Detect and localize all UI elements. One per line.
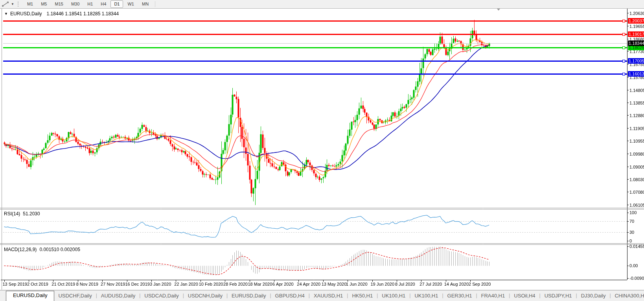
rsi-value: 51.2030 (23, 211, 40, 217)
chart-tab-dj30-daily[interactable]: DJ30,Daily (577, 291, 610, 301)
chart-tab-ger30-h1[interactable]: GER30,H1 (443, 291, 476, 301)
timeframe-button-m5[interactable]: M5 (37, 0, 50, 8)
trendline-tool-icon (2, 1, 9, 7)
timeframe-button-mn[interactable]: MN (138, 0, 152, 8)
chart-tab-xauusd-h1[interactable]: XAUUSD,H1 (310, 291, 347, 301)
timeframe-button-d1[interactable]: D1 (110, 0, 123, 8)
price-level-label-1.17005: 1.17005 (628, 58, 644, 64)
timeframe-toolbar: ▼ M1M5M15M30H1H4D1W1MN (0, 0, 644, 9)
toolbar-grip (18, 2, 20, 7)
toolbar-separator (155, 1, 155, 7)
timeframe-button-m30[interactable]: M30 (68, 0, 83, 8)
timeframe-button-h1[interactable]: H1 (84, 0, 96, 8)
timeframe-button-group: M1M5M15M30H1H4D1W1MN (23, 0, 153, 8)
chart-tab-hk50-h1[interactable]: HK50,H1 (348, 291, 377, 301)
chart-ohlc-quotes: 1.18446 1.18541 1.18285 1.18344 (47, 11, 119, 17)
chart-symbol-label: EURUSD,Daily (10, 11, 42, 17)
dropdown-caret-icon[interactable]: ▼ (11, 2, 14, 6)
chart-tab-usdcad-daily[interactable]: USDCAD,Daily (140, 291, 182, 301)
chart-tab-eurusd-daily[interactable]: EURUSD,Daily (6, 291, 54, 301)
price-level-label-1.16013: 1.16013 (628, 71, 644, 77)
line-studies-tool-button[interactable]: ▼ (0, 1, 15, 7)
timeframe-button-h4[interactable]: H4 (97, 0, 110, 8)
macd-indicator-label: MACD(12,26,9)0.001510 0.002005 (4, 247, 80, 252)
chart-tab-usdcnh-daily[interactable]: USDCNH,Daily (184, 291, 226, 301)
timeframe-button-w1[interactable]: W1 (124, 0, 138, 8)
price-level-label-1.20037: 1.20037 (628, 18, 644, 24)
chart-tab-eurusd-daily[interactable]: EURUSD,Daily (228, 291, 270, 301)
chart-tab-usdjpy-h1[interactable]: USDJPY,H1 (541, 291, 576, 301)
chart-tab-usoil-h4[interactable]: USOil,H4 (510, 291, 539, 301)
chart-tab-gbpusd-h4[interactable]: GBPUSD,H4 (271, 291, 309, 301)
timeframe-button-m1[interactable]: M1 (24, 0, 37, 8)
chart-header: ▼EURUSD,Daily1.18446 1.18541 1.18285 1.1… (4, 11, 119, 17)
chart-tab-uk100-h1[interactable]: UK100,H1 (378, 291, 409, 301)
chart-tab-fra40-h1[interactable]: FRA40,H1 (477, 291, 509, 301)
chart-collapse-caret-icon[interactable]: ▼ (4, 12, 8, 16)
chart-tab-china300-h1[interactable]: CHINA300,H1 (611, 291, 644, 301)
macd-name: MACD(12,26,9) (4, 247, 37, 252)
chart-tab-audusd-daily[interactable]: AUDUSD,Daily (97, 291, 139, 301)
price-level-label-1.19017: 1.19017 (628, 31, 644, 37)
timeframe-button-m15[interactable]: M15 (51, 0, 66, 8)
rsi-indicator-label: RSI(14)51.2030 (4, 211, 40, 217)
current-price-label: 1.18344 (628, 40, 644, 46)
price-chart-canvas[interactable] (0, 0, 644, 301)
rsi-name: RSI(14) (4, 211, 20, 217)
chart-tab-uk100-h1[interactable]: UK100,H1 (410, 291, 442, 301)
mt4-terminal: { "toolbar": { "timeframes": ["M1","M5",… (0, 0, 644, 301)
chart-tab-usdchf-daily[interactable]: USDCHF,Daily (54, 291, 96, 301)
macd-values: 0.001510 0.002005 (39, 247, 80, 252)
chart-tab-bar: EURUSD,DailyUSDCHF,Daily|AUDUSD,Daily|US… (0, 290, 644, 301)
